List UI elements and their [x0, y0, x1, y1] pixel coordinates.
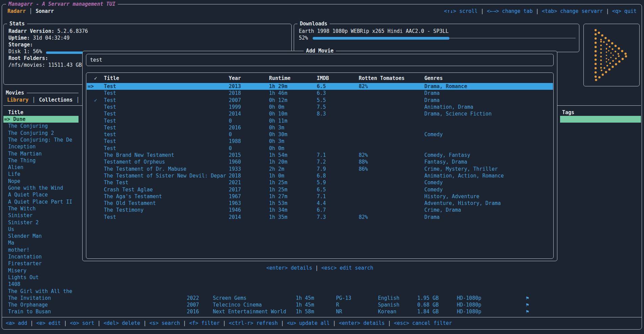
certification-cell: R: [336, 301, 339, 308]
keybind-edit: <e> edit: [36, 320, 61, 326]
imdb-cell: 8.3: [317, 110, 326, 117]
title-cell: Test: [104, 90, 116, 97]
genres-cell: Drama: [424, 90, 440, 97]
imdb-cell: 6.3: [317, 90, 326, 97]
year-cell: 2007: [229, 97, 241, 104]
rotten-tomatoes-cell: 82%: [359, 214, 368, 221]
results-header-year: Year: [229, 75, 241, 82]
keybind-sort: <o> sort: [70, 320, 94, 326]
year-cell: 0: [229, 145, 232, 152]
search-result-row[interactable]: Test19880h 3m: [87, 138, 553, 145]
tab-sonarr[interactable]: Sonarr: [36, 8, 54, 15]
year-cell: 1967: [229, 193, 241, 200]
keybind-separator: |: [180, 320, 189, 326]
top-keybinds: <↑↓> scroll | <←→> change tab | <tab> ch…: [444, 8, 637, 15]
title-cell: Test: [104, 214, 116, 221]
keybind-scroll: <↑↓> scroll: [444, 8, 478, 14]
runtime-cell: 1h 53m: [269, 200, 287, 207]
search-result-row[interactable]: The Testament of Dr. Mabuse19332h 2m7.98…: [87, 166, 553, 172]
keybind-separator: |: [312, 265, 321, 271]
search-result-row[interactable]: Test20160h 3m: [87, 124, 553, 131]
genres-cell: Animation, Action, Romance: [424, 172, 504, 179]
keybind-details: <enter> details: [339, 320, 384, 326]
imdb-cell: 5.5: [317, 97, 326, 104]
certification-cell: PG-13: [336, 295, 351, 301]
runtime-cell: 1h 45m: [296, 301, 314, 308]
size-cell: 1.95 GB: [417, 295, 439, 301]
year-cell: 0: [229, 131, 232, 138]
keybind-details: <enter> details: [266, 265, 312, 271]
search-result-row[interactable]: Test20181h 46m6.3Drama: [87, 90, 553, 97]
bottom-bar-rule: [2, 317, 642, 317]
title-cell: Crash Test Aglae: [104, 186, 153, 193]
runtime-cell: 1h 20m: [269, 159, 287, 165]
year-cell: 1960: [229, 159, 241, 165]
runtime-cell: 1h 27m: [269, 193, 287, 200]
year-cell: 2017: [229, 186, 241, 193]
search-result-row[interactable]: Crash Test Aglae20171h 25m6.5Comedy: [87, 186, 553, 193]
studio-cell: Screen Gems: [213, 295, 246, 301]
tab-radarr[interactable]: Radarr: [7, 8, 26, 15]
language-cell: English: [378, 295, 399, 301]
runtime-cell: 1h 25m: [269, 186, 287, 193]
year-cell: 0: [229, 118, 232, 124]
year-cell: 1946: [229, 207, 241, 213]
imdb-cell: 5.9: [317, 179, 326, 186]
imdb-cell: 6.8: [317, 172, 326, 179]
year-cell: 1988: [229, 138, 241, 145]
runtime-cell: 1h 45m: [296, 295, 314, 301]
title-cell: Test: [104, 104, 116, 110]
app-window: Managarr - A Servarr management TUI Rada…: [0, 0, 644, 334]
search-result-row[interactable]: Testament of Orpheus19601h 20m7.288%Fant…: [87, 159, 553, 165]
runtime-cell: 2h 2m: [269, 166, 284, 172]
year-cell: 1999: [229, 104, 241, 110]
search-result-row[interactable]: =>Test20131h 29m6.582%Drama, Romance: [87, 83, 553, 90]
search-results-table: ✓TitleYearRuntimeIMDBRotten TomatoesGenr…: [86, 72, 554, 259]
runtime-cell: 1h 34m: [269, 207, 287, 213]
title-cell: Test: [104, 83, 116, 90]
added-check-icon: ✓: [94, 97, 97, 104]
title-cell: Test: [104, 124, 116, 131]
search-result-row[interactable]: The Old Testament19631h 53m4.4Adventure,…: [87, 200, 553, 207]
year-cell: 2015: [229, 152, 241, 159]
runtime-cell: 1h 25m: [269, 179, 287, 186]
runtime-cell: 1h 46m: [269, 90, 287, 97]
search-result-row[interactable]: ✓Test20070h 12m5.5Drama: [87, 97, 553, 104]
search-result-row[interactable]: Test00h 11m: [87, 118, 553, 124]
search-result-row[interactable]: The Testimony19461h 34m6.7Crime, Drama: [87, 207, 553, 213]
rotten-tomatoes-cell: 82%: [359, 83, 368, 90]
genres-cell: Drama, Romance: [424, 83, 467, 90]
quality-cell: HD-1080p: [457, 308, 481, 315]
keybind-refresh: <ctrl-r> refresh: [229, 320, 278, 326]
search-result-row[interactable]: Test20141h 35m7.382%Drama: [87, 214, 553, 221]
movie-search-input[interactable]: [86, 54, 553, 66]
results-header-genres: Genres: [424, 75, 443, 82]
title-cell: The Aga's Testament: [104, 193, 162, 200]
selection-arrow-icon: =>: [88, 83, 94, 90]
keybind-separator: |: [278, 320, 287, 326]
keybind-filter: <f> filter: [189, 320, 220, 326]
genres-cell: Animation, Drama: [424, 104, 473, 110]
genres-cell: Comedy: [424, 186, 443, 193]
tab-separator: │: [29, 8, 32, 15]
year-cell: 1963: [229, 200, 241, 207]
keybind-add: <a> add: [6, 320, 27, 326]
quality-cell: HD-1080p: [457, 301, 481, 308]
search-result-row[interactable]: The Test20211h 25m5.9Comedy: [87, 179, 553, 186]
title-cell: The Test: [104, 179, 128, 186]
runtime-cell: 0h 11m: [269, 118, 287, 124]
search-result-row[interactable]: The Brand New Testament20151h 54m7.182%C…: [87, 152, 553, 159]
imdb-cell: 7.5: [317, 104, 326, 110]
search-result-row[interactable]: Test19990h 0m7.5Animation, Drama: [87, 104, 553, 110]
search-result-row[interactable]: The Aga's Testament19671h 27m7.1History,…: [87, 193, 553, 200]
title-cell: Test: [104, 138, 116, 145]
search-result-row[interactable]: Test20140h 10m8.3Drama, Science Fiction: [87, 110, 553, 117]
runtime-cell: 0h 3m: [269, 124, 284, 131]
rotten-tomatoes-cell: 88%: [359, 159, 368, 165]
keybind-update-all: <u> update all: [287, 320, 330, 326]
library-row-details: 2016Next Entertainment World1h 58mNRKore…: [0, 308, 644, 315]
runtime-cell: 0h 0m: [269, 145, 284, 152]
search-result-row[interactable]: Test00h 0m: [87, 145, 553, 152]
search-result-row[interactable]: test00h 30mComedy: [87, 131, 553, 138]
search-result-row[interactable]: The Testament of Sister New Devil: Depar…: [87, 172, 553, 179]
